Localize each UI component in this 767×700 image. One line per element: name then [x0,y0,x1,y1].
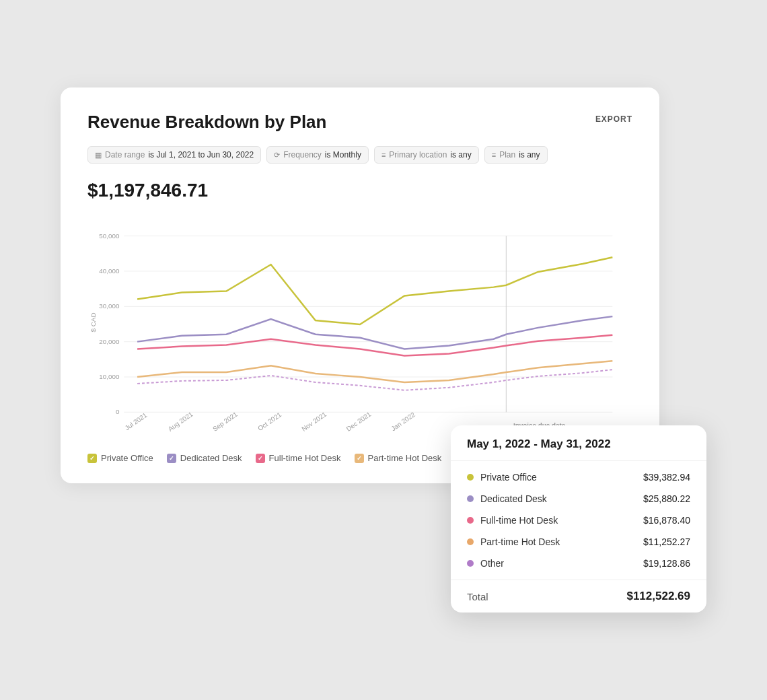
tooltip-row-fulltime-hotdesk: Full-time Hot Desk $16,878.40 [451,510,706,531]
tooltip-total-label: Total [467,591,488,602]
dot-private-office [467,474,474,481]
dot-dedicated-desk [467,495,474,502]
filters-bar: ▦ Date range is Jul 1, 2021 to Jun 30, 2… [87,146,632,164]
parttime-hotdesk-line [137,361,612,382]
private-office-line [137,257,612,324]
tooltip-row-dedicated-desk: Dedicated Desk $25,880.22 [451,488,706,510]
tooltip-row-parttime-hotdesk: Part-time Hot Desk $11,252.27 [451,531,706,553]
card-header: Revenue Breakdown by Plan EXPORT [87,112,632,133]
export-button[interactable]: EXPORT [595,112,632,127]
svg-text:20,000: 20,000 [99,338,120,345]
dot-fulltime-hotdesk [467,517,474,524]
svg-text:Jul 2021: Jul 2021 [124,411,149,431]
legend-item-private-office[interactable]: Private Office [87,453,153,463]
filter-location[interactable]: ≡ Primary location is any [374,146,479,164]
tooltip-date-range: May 1, 2022 - May 31, 2022 [451,425,706,461]
page-title: Revenue Breakdown by Plan [87,112,326,133]
legend-label-dedicated-desk: Dedicated Desk [180,453,242,463]
tooltip-left-dedicated-desk: Dedicated Desk [467,493,547,504]
tooltip-label-private-office: Private Office [480,472,537,483]
total-revenue: $1,197,846.71 [87,180,632,201]
legend-item-fulltime-hotdesk[interactable]: Full-time Hot Desk [256,453,341,463]
filter-plan[interactable]: ≡ Plan is any [484,146,548,164]
tooltip-label-other: Other [480,558,504,569]
dot-other [467,560,474,567]
tooltip-value-parttime-hotdesk: $11,252.27 [643,536,690,547]
legend-label-fulltime-hotdesk: Full-time Hot Desk [269,453,341,463]
tooltip-value-fulltime-hotdesk: $16,878.40 [643,515,690,526]
tooltip-row-private-office: Private Office $39,382.94 [451,466,706,488]
tooltip-value-dedicated-desk: $25,880.22 [643,493,690,504]
tooltip-left-parttime-hotdesk: Part-time Hot Desk [467,536,560,547]
svg-text:0: 0 [116,408,120,415]
legend-label-parttime-hotdesk: Part-time Hot Desk [368,453,442,463]
legend-label-private-office: Private Office [101,453,153,463]
svg-text:40,000: 40,000 [99,267,120,275]
plan-icon: ≡ [492,151,496,159]
tooltip-card: May 1, 2022 - May 31, 2022 Private Offic… [451,425,706,612]
svg-text:Oct 2021: Oct 2021 [256,411,283,432]
main-card: Revenue Breakdown by Plan EXPORT ▦ Date … [61,88,659,483]
legend-check-dedicated-desk [167,454,176,463]
dedicated-desk-line [137,316,612,349]
tooltip-label-dedicated-desk: Dedicated Desk [480,493,547,504]
legend-item-dedicated-desk[interactable]: Dedicated Desk [167,453,242,463]
frequency-icon: ⟳ [274,151,280,160]
svg-text:Aug 2021: Aug 2021 [167,411,194,433]
tooltip-label-fulltime-hotdesk: Full-time Hot Desk [480,515,558,526]
fulltime-hotdesk-line [137,335,612,356]
line-chart: $ CAD 0 10,000 20,000 30,000 40,000 50,0… [87,208,632,437]
tooltip-row-other: Other $19,128.86 [451,553,706,574]
legend-check-parttime-hotdesk [355,454,364,463]
filter-date-range[interactable]: ▦ Date range is Jul 1, 2021 to Jun 30, 2… [87,146,261,164]
page-wrapper: Revenue Breakdown by Plan EXPORT ▦ Date … [61,88,706,612]
tooltip-total-row: Total $112,522.69 [451,580,706,612]
legend-item-parttime-hotdesk[interactable]: Part-time Hot Desk [355,453,442,463]
svg-text:Nov 2021: Nov 2021 [300,411,328,433]
tooltip-left-fulltime-hotdesk: Full-time Hot Desk [467,515,558,526]
tooltip-value-other: $19,128.86 [643,558,690,569]
svg-text:30,000: 30,000 [99,302,120,310]
tooltip-total-value: $112,522.69 [626,590,690,603]
svg-text:Dec 2021: Dec 2021 [345,411,373,433]
svg-text:10,000: 10,000 [99,373,120,380]
filter-freq-label: Frequency [283,150,322,160]
tooltip-label-parttime-hotdesk: Part-time Hot Desk [480,536,560,547]
filter-plan-label: Plan [499,150,515,160]
tooltip-left-other: Other [467,558,504,569]
y-axis-label: $ CAD [89,312,97,332]
filter-plan-value: is any [519,150,540,160]
tooltip-left-private-office: Private Office [467,472,537,483]
legend-check-private-office [87,454,97,463]
tooltip-value-private-office: $39,382.94 [643,472,690,483]
calendar-icon: ▦ [95,151,102,160]
filter-date-value: is Jul 1, 2021 to Jun 30, 2022 [148,150,254,160]
svg-text:Sep 2021: Sep 2021 [211,411,239,433]
filter-loc-label: Primary location [389,150,447,160]
filter-date-label: Date range [105,150,145,160]
location-icon: ≡ [381,151,386,159]
dot-parttime-hotdesk [467,538,474,545]
svg-text:Jan 2022: Jan 2022 [390,411,416,432]
tooltip-rows: Private Office $39,382.94 Dedicated Desk… [451,461,706,580]
filter-freq-value: is Monthly [325,150,361,160]
filter-loc-value: is any [450,150,471,160]
chart-area: $ CAD 0 10,000 20,000 30,000 40,000 50,0… [87,208,632,437]
legend-check-fulltime-hotdesk [256,454,265,463]
filter-frequency[interactable]: ⟳ Frequency is Monthly [266,146,369,164]
svg-text:50,000: 50,000 [99,232,120,240]
